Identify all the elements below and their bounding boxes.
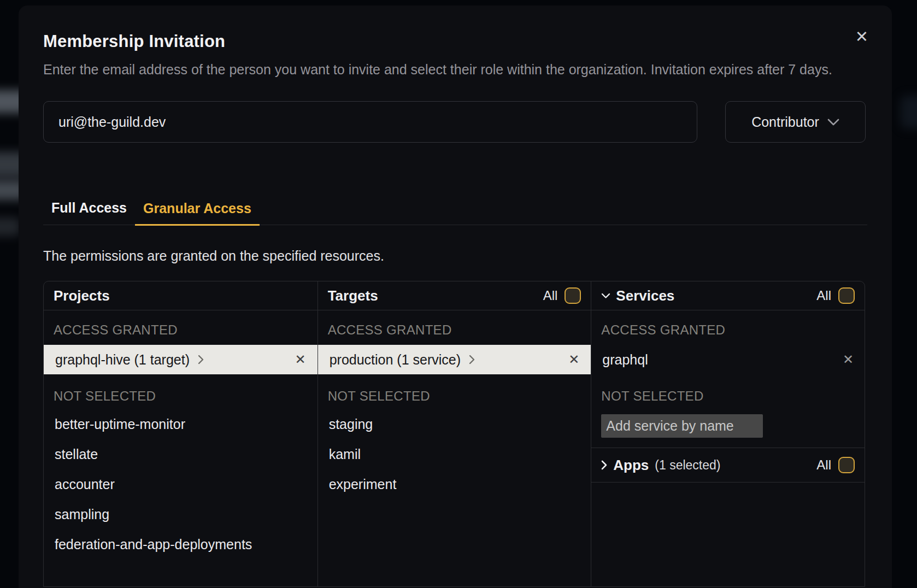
list-item[interactable]: federation-and-app-deployments <box>44 530 318 560</box>
resource-permission-table: Projects ACCESS GRANTED graphql-hive (1 … <box>43 281 865 587</box>
access-granted-label: ACCESS GRANTED <box>54 322 308 338</box>
services-column-header[interactable]: Services All <box>591 281 865 310</box>
list-item[interactable]: accounter <box>44 469 318 499</box>
projects-not-selected-list: better-uptime-monitor stellate accounter… <box>44 409 318 560</box>
backdrop-blur-fragment <box>0 217 21 236</box>
selected-target-row[interactable]: production (1 service) ✕ <box>318 345 591 374</box>
targets-not-selected-list: staging kamil experiment <box>318 409 591 499</box>
backdrop-blur-fragment <box>901 96 917 128</box>
services-all-checkbox[interactable] <box>838 287 855 304</box>
selected-project-row[interactable]: graphql-hive (1 target) ✕ <box>44 345 318 374</box>
dialog-description: Enter the email address of the person yo… <box>43 59 867 80</box>
apps-label: Apps <box>613 457 649 474</box>
apps-all-label: All <box>816 457 831 473</box>
add-service-input[interactable] <box>601 414 763 438</box>
selected-service-row: graphql ✕ <box>591 345 865 374</box>
targets-all-checkbox[interactable] <box>565 287 581 304</box>
role-select[interactable]: Contributor <box>725 101 866 143</box>
close-icon[interactable]: ✕ <box>853 27 871 46</box>
services-column: Services All ACCESS GRANTED graphql ✕ NO… <box>591 281 865 586</box>
chevron-right-icon <box>198 355 204 364</box>
targets-all-toggle: All <box>543 287 581 304</box>
access-granted-label: ACCESS GRANTED <box>328 322 581 338</box>
membership-invitation-dialog: ✕ Membership Invitation Enter the email … <box>19 5 892 588</box>
selected-service-label: graphql <box>602 352 648 368</box>
role-select-value: Contributor <box>751 114 819 130</box>
apps-all-checkbox[interactable] <box>838 457 855 473</box>
projects-column: Projects ACCESS GRANTED graphql-hive (1 … <box>44 281 318 586</box>
tab-granular-access[interactable]: Granular Access <box>135 200 260 226</box>
targets-column: Targets All ACCESS GRANTED production (1… <box>318 281 591 586</box>
apps-selected-count: (1 selected) <box>655 458 720 473</box>
services-all-toggle: All <box>816 287 855 304</box>
dialog-title: Membership Invitation <box>43 32 867 51</box>
email-input[interactable] <box>43 101 697 143</box>
selected-project-label: graphql-hive (1 target) <box>55 352 190 368</box>
chevron-down-icon <box>601 293 610 299</box>
projects-column-header: Projects <box>44 281 318 310</box>
targets-column-header: Targets All <box>318 281 591 310</box>
permissions-note: The permissions are granted on the speci… <box>43 248 867 264</box>
chevron-down-icon <box>827 119 839 126</box>
chevron-right-icon <box>469 355 475 364</box>
remove-service-icon[interactable]: ✕ <box>843 353 854 366</box>
list-item[interactable]: staging <box>318 409 591 439</box>
projects-header-label: Projects <box>54 287 110 304</box>
list-item[interactable]: stellate <box>44 439 318 469</box>
access-tabs: Full Access Granular Access <box>43 200 867 225</box>
selected-target-label: production (1 service) <box>330 352 461 368</box>
apps-all-toggle: All <box>816 457 855 473</box>
invite-form-row: Contributor <box>43 101 867 143</box>
not-selected-label: NOT SELECTED <box>54 389 308 404</box>
list-item[interactable]: better-uptime-monitor <box>44 409 318 439</box>
not-selected-label: NOT SELECTED <box>601 389 855 404</box>
not-selected-label: NOT SELECTED <box>328 389 581 404</box>
targets-all-label: All <box>543 288 558 303</box>
chevron-right-icon <box>601 460 607 470</box>
targets-header-label: Targets <box>328 287 378 304</box>
list-item[interactable]: experiment <box>318 469 591 499</box>
remove-project-icon[interactable]: ✕ <box>295 353 306 366</box>
access-granted-label: ACCESS GRANTED <box>601 322 855 338</box>
services-header-label: Services <box>616 287 674 304</box>
list-item[interactable]: kamil <box>318 439 591 469</box>
apps-section-row[interactable]: Apps (1 selected) All <box>591 448 865 483</box>
services-all-label: All <box>816 288 831 303</box>
list-item[interactable]: sampling <box>44 499 318 530</box>
tab-full-access[interactable]: Full Access <box>43 200 135 225</box>
remove-target-icon[interactable]: ✕ <box>568 353 579 366</box>
